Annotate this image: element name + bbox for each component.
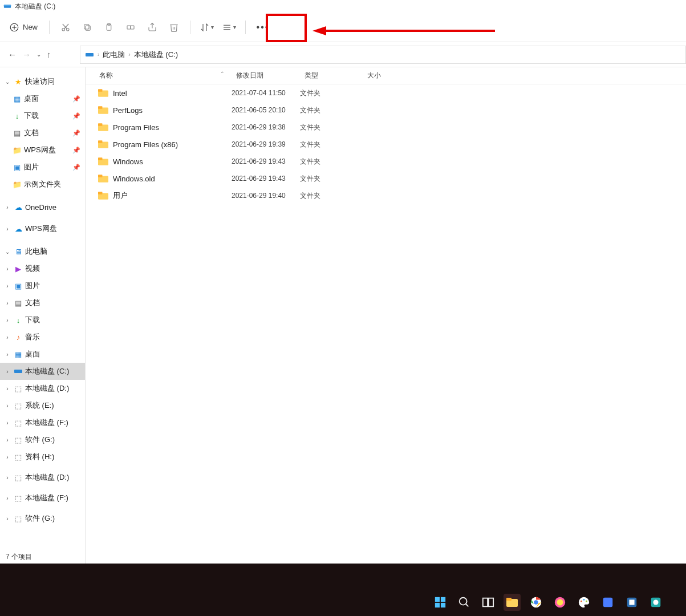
taskbar-paint[interactable] (575, 594, 592, 611)
sort-button[interactable]: ▾ (196, 17, 217, 38)
forward-button[interactable]: → (22, 50, 31, 59)
disk-icon (85, 50, 94, 59)
new-button[interactable]: New (6, 17, 43, 38)
sidebar-drive-e[interactable]: ›⬚系统 (E:) (0, 397, 85, 414)
folder-icon (98, 123, 108, 131)
svg-point-53 (586, 601, 587, 602)
pin-icon: 📌 (72, 95, 80, 103)
paste-button[interactable] (99, 17, 119, 38)
disk-icon (3, 2, 11, 10)
taskbar-start[interactable] (432, 594, 449, 611)
column-size[interactable]: 大小 (363, 71, 408, 80)
sidebar-drive-c[interactable]: ›本地磁盘 (C:) (0, 363, 85, 380)
column-name[interactable]: 名称⌃ (95, 71, 232, 80)
file-date: 2021-06-29 19:43 (232, 175, 300, 183)
sidebar-videos[interactable]: ›▶视频 (0, 260, 85, 277)
svg-rect-10 (84, 24, 89, 29)
svg-rect-37 (435, 597, 440, 602)
sidebar-pictures[interactable]: ▣图片📌 (0, 159, 85, 176)
column-date[interactable]: 修改日期 (232, 71, 300, 80)
delete-button[interactable] (164, 17, 184, 38)
folder-icon (98, 157, 108, 165)
file-name: Program Files (x86) (113, 140, 178, 149)
breadcrumb-drive[interactable]: 本地磁盘 (C:) (134, 50, 178, 60)
star-icon: ★ (14, 77, 23, 86)
sidebar-drive-d[interactable]: ›⬚本地磁盘 (D:) (0, 380, 85, 397)
sidebar-drive-h[interactable]: ›⬚资料 (H:) (0, 448, 85, 465)
chevron-down-icon: ▾ (233, 24, 236, 30)
music-icon: ♪ (14, 333, 23, 342)
file-row[interactable]: 用户 2021-06-29 19:40 文件夹 (95, 187, 686, 204)
sidebar-music[interactable]: ›♪音乐 (0, 329, 85, 346)
file-name: Intel (113, 89, 127, 98)
video-icon: ▶ (14, 264, 23, 273)
share-button[interactable] (142, 17, 163, 38)
cloud-icon: ☁ (14, 202, 23, 212)
download-icon: ↓ (13, 111, 22, 120)
sidebar-drive-g[interactable]: ›⬚软件 (G:) (0, 431, 85, 448)
pin-icon: 📌 (72, 164, 80, 171)
svg-rect-44 (489, 598, 493, 607)
taskbar-taskview[interactable] (480, 594, 497, 611)
drive-icon: ⬚ (14, 435, 23, 444)
sidebar-desktop2[interactable]: ›▦桌面 (0, 346, 85, 363)
navigation-pane[interactable]: ⌄★快速访问 ▦桌面📌 ↓下载📌 ▤文档📌 📁WPS网盘📌 ▣图片📌 📁示例文件… (0, 67, 86, 564)
breadcrumb-pc[interactable]: 此电脑 (103, 50, 125, 60)
sidebar-desktop[interactable]: ▦桌面📌 (0, 90, 85, 107)
taskbar-app2[interactable] (599, 594, 616, 611)
file-row[interactable]: Windows.old 2021-06-29 19:43 文件夹 (95, 170, 686, 187)
taskbar-app1[interactable] (551, 594, 569, 611)
sidebar-downloads[interactable]: ↓下载📌 (0, 107, 85, 124)
cloud-icon: ☁ (14, 224, 23, 233)
sidebar-drive-f2[interactable]: ›⬚本地磁盘 (F:) (0, 489, 85, 506)
pin-icon: 📌 (72, 147, 80, 154)
file-list[interactable]: Intel 2021-07-04 11:50 文件夹 PerfLogs 2021… (86, 84, 686, 564)
sidebar-documents2[interactable]: ›▤文档 (0, 294, 85, 311)
address-bar[interactable]: › 此电脑 › 本地磁盘 (C:) (80, 46, 686, 64)
column-type[interactable]: 类型 (300, 71, 363, 80)
file-row[interactable]: Intel 2021-07-04 11:50 文件夹 (95, 84, 686, 102)
file-row[interactable]: Program Files (x86) 2021-06-29 19:39 文件夹 (95, 136, 686, 153)
sidebar-onedrive[interactable]: ›☁OneDrive (0, 198, 85, 216)
taskbar-app3[interactable] (623, 594, 640, 611)
separator (49, 21, 50, 34)
taskbar-chrome[interactable] (527, 594, 545, 611)
file-date: 2021-06-29 19:38 (232, 123, 300, 131)
taskbar-search[interactable] (456, 594, 473, 611)
file-row[interactable]: PerfLogs 2021-06-05 20:10 文件夹 (95, 102, 686, 119)
file-type: 文件夹 (300, 191, 363, 201)
back-button[interactable]: ← (8, 50, 17, 59)
up-button[interactable]: ↑ (47, 50, 51, 59)
cut-button[interactable] (55, 17, 76, 38)
recent-dropdown[interactable]: ⌄ (36, 51, 41, 58)
sidebar-wpscloud[interactable]: ›☁WPS网盘 (0, 220, 85, 237)
sidebar-this-pc[interactable]: ⌄🖥此电脑 (0, 243, 85, 260)
folder-icon (98, 89, 108, 97)
rename-button[interactable] (120, 17, 141, 38)
file-row[interactable]: Program Files 2021-06-29 19:38 文件夹 (95, 119, 686, 136)
taskbar-app4[interactable] (647, 594, 664, 611)
taskbar-explorer[interactable] (504, 594, 521, 611)
file-type: 文件夹 (300, 106, 363, 115)
folder-icon: 📁 (13, 180, 22, 189)
sidebar-downloads2[interactable]: ›↓下载 (0, 311, 85, 329)
chevron-down-icon: ▾ (211, 24, 214, 30)
drive-icon: ⬚ (14, 493, 23, 502)
folder-icon (98, 140, 108, 148)
svg-point-58 (653, 599, 658, 605)
folder-icon (98, 192, 108, 200)
sidebar-wps[interactable]: 📁WPS网盘📌 (0, 141, 85, 159)
view-button[interactable]: ▾ (218, 17, 240, 38)
more-button[interactable]: ••• (251, 17, 274, 38)
file-row[interactable]: Windows 2021-06-29 19:43 文件夹 (95, 153, 686, 170)
svg-line-42 (466, 604, 469, 607)
picture-icon: ▣ (13, 163, 22, 172)
sidebar-drive-d2[interactable]: ›⬚本地磁盘 (D:) (0, 469, 85, 486)
sidebar-documents[interactable]: ▤文档📌 (0, 124, 85, 141)
sidebar-drive-g2[interactable]: ›⬚软件 (G:) (0, 510, 85, 527)
copy-button[interactable] (77, 17, 98, 38)
sidebar-pictures2[interactable]: ›▣图片 (0, 277, 85, 294)
sidebar-samples[interactable]: 📁示例文件夹 (0, 176, 85, 193)
sidebar-drive-f[interactable]: ›⬚本地磁盘 (F:) (0, 414, 85, 431)
sidebar-quick-access[interactable]: ⌄★快速访问 (0, 73, 85, 90)
